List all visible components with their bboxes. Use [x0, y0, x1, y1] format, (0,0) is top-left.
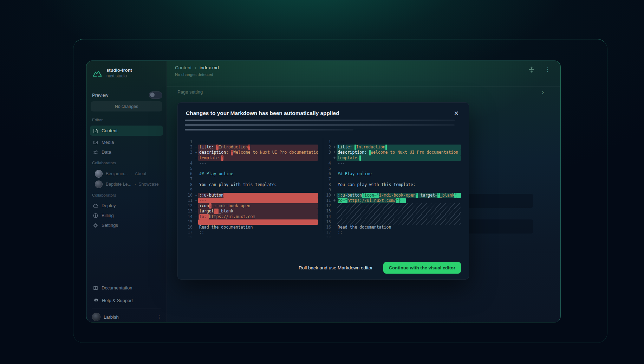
line-number: 5	[185, 166, 194, 171]
continue-button[interactable]: Continue with the visual editor	[383, 262, 461, 274]
sidebar-divider	[92, 308, 161, 308]
kebab-menu-icon[interactable]: ⋮	[157, 314, 162, 320]
collaborator-name: Baptiste Le...	[106, 182, 131, 187]
project-section-label: Collaborators	[92, 193, 116, 197]
code-segment: to="	[338, 198, 347, 203]
user-menu[interactable]: Larbish ⋮	[92, 312, 162, 322]
diff-line: 13	[323, 209, 461, 214]
diff-marker: -	[194, 219, 198, 225]
code-segment: {icon	[362, 193, 374, 198]
user-name: Larbish	[104, 314, 119, 320]
page-setting-label[interactable]: Page setting	[177, 89, 203, 95]
sidebar-item-help-support[interactable]: Help & Support	[90, 295, 163, 306]
code-line: title: Introduction	[337, 145, 461, 150]
user-avatar	[92, 313, 100, 321]
diff-line: 17::	[185, 230, 318, 235]
code-segment: ---	[199, 219, 207, 225]
header-divider	[167, 86, 560, 87]
code-segment: ::u-button	[338, 193, 362, 198]
code-segment: Welcome to Nuxt UI Pro documentation	[233, 150, 318, 155]
code-segment	[223, 193, 318, 198]
sidebar-item-content[interactable]: Content	[90, 126, 163, 136]
line-number: 13	[323, 209, 332, 214]
project-name: studio-front	[106, 67, 132, 73]
rollback-button[interactable]: Roll back and use Markdown editor	[299, 265, 373, 270]
diff-line: 15----	[185, 219, 318, 225]
line-number: 2	[185, 145, 194, 150]
code-segment: "	[454, 193, 457, 198]
line-number: 10	[323, 193, 332, 198]
line-number: 16	[323, 225, 332, 230]
line-number	[185, 155, 194, 161]
code-segment: ## Play online	[338, 171, 372, 177]
editor-section-label: Editor	[92, 118, 103, 122]
code-segment: Read the documentation	[338, 225, 391, 230]
sidebar-item-label: Data	[102, 149, 111, 155]
sidebar-item-media[interactable]: Media	[90, 137, 163, 147]
discord-icon	[93, 298, 99, 303]
line-number: 4	[323, 161, 332, 166]
breadcrumb: Content › index.md	[175, 65, 219, 70]
collaborator-row[interactable]: Baptiste Le... ·Showcase	[95, 180, 162, 189]
breadcrumb-file[interactable]: index.md	[200, 65, 219, 70]
diff-line: 17::	[323, 230, 461, 235]
diff-marker	[194, 241, 198, 241]
code-segment: _blank	[440, 193, 455, 198]
code-line: to: https://ui.nuxt.com	[198, 214, 318, 219]
line-number	[185, 241, 194, 241]
chevron-right-icon[interactable]: ›	[542, 88, 544, 96]
breadcrumb-root[interactable]: Content	[175, 65, 191, 70]
diff-line: 6## Play online	[185, 171, 318, 177]
close-icon[interactable]: ✕	[454, 110, 459, 117]
line-number: 15	[185, 219, 194, 225]
collaborator-row[interactable]: Benjamin... ·About	[95, 169, 162, 178]
preview-toggle[interactable]	[149, 91, 162, 99]
sidebar-item-label: Media	[102, 140, 114, 145]
code-segment: description:	[338, 150, 369, 155]
collapse-icon[interactable]	[528, 66, 535, 75]
chevron-right-icon: ›	[195, 65, 196, 70]
no-changes-button[interactable]: No changes	[91, 101, 162, 111]
line-number: 15	[323, 219, 332, 225]
book-open-icon	[93, 285, 98, 291]
code-segment: There are already many website based on …	[199, 241, 318, 241]
diff-marker	[332, 203, 337, 209]
line-number: 8	[323, 182, 332, 187]
diff-line: 4---	[323, 161, 461, 166]
code-segment: https://ui.nuxt.com/	[347, 198, 396, 203]
diff-line: 2+title: Introduction	[323, 145, 461, 150]
nuxt-studio-logo-icon	[92, 68, 103, 78]
code-line: template."	[198, 155, 318, 161]
diff-line: 6## Play online	[323, 171, 461, 177]
sidebar-item-documentation[interactable]: Documentation	[90, 283, 163, 293]
line-number: 14	[323, 214, 332, 219]
project-switcher[interactable]: studio-front nuxt.studio	[92, 65, 162, 81]
code-segment: Introduction	[219, 145, 248, 150]
diff-left-pane: 1---2-title: "Introduction"3-description…	[185, 138, 323, 241]
sidebar-item-settings[interactable]: Settings	[90, 220, 163, 230]
code-segment: Introduction	[356, 145, 385, 150]
code-segment: ---	[199, 198, 207, 203]
collaborator-name: Benjamin...	[106, 171, 128, 176]
sidebar-item-data[interactable]: Data	[90, 147, 163, 157]
code-line: title: "Introduction"	[198, 145, 318, 150]
sidebar-item-deploy[interactable]: Deploy	[90, 200, 163, 211]
code-line: ::	[337, 230, 461, 235]
code-segment: :	[214, 209, 219, 214]
code-segment: "	[216, 145, 219, 150]
diff-marker	[332, 225, 337, 230]
code-segment: Read the documentation	[199, 225, 253, 230]
sidebar-item-label: Deploy	[102, 203, 116, 208]
line-number: 14	[185, 214, 194, 219]
skeleton-bar	[185, 124, 455, 126]
code-segment	[385, 145, 387, 150]
no-changes-label: No changes	[115, 104, 138, 109]
sidebar-item-label: Help & Support	[102, 298, 133, 303]
diff-marker	[332, 187, 337, 193]
diff-marker	[194, 161, 198, 166]
diff-line: 16Read the documentation	[323, 225, 461, 230]
line-number: 1	[185, 139, 194, 145]
sidebar-item-billing[interactable]: Billing	[90, 210, 163, 221]
skeleton-bar	[185, 129, 353, 130]
kebab-menu-icon[interactable]: ⋮	[545, 66, 551, 73]
